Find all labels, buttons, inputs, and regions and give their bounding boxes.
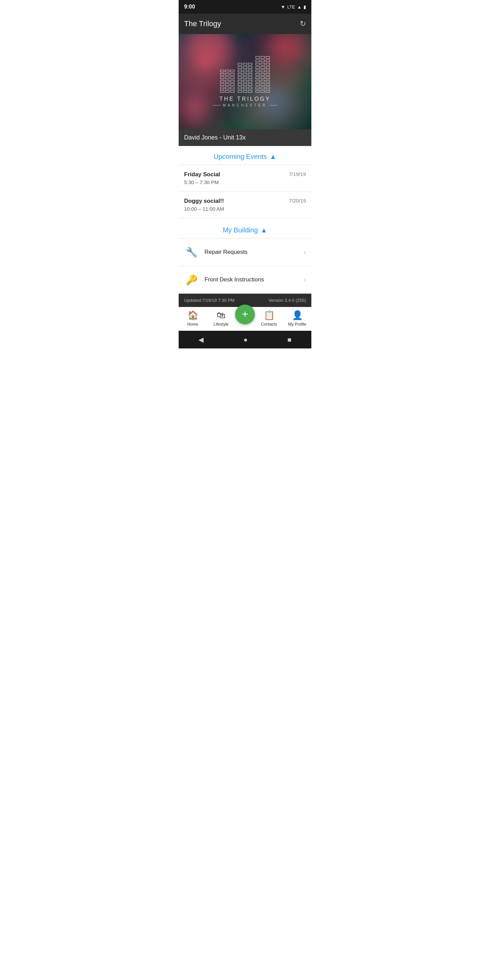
lifestyle-icon: 🛍 [217, 310, 226, 321]
signal-icon: ▲ [297, 5, 301, 10]
event-item-1[interactable]: Doggy social!! 10:00 – 11:00 AM 7/20/19 [179, 192, 311, 218]
hero-logo-subtitle: MANCHESTER [213, 103, 277, 107]
refresh-icon[interactable]: ↻ [300, 19, 306, 28]
back-button[interactable]: ◀ [198, 336, 204, 344]
bottom-nav: 🏠 Home 🛍 Lifestyle + 📋 Contacts 👤 My Pro… [179, 307, 311, 331]
add-button[interactable]: + [235, 305, 255, 324]
my-building-header[interactable]: My Building ▲ [179, 220, 311, 238]
front-desk-chevron: › [304, 276, 306, 283]
my-profile-icon: 👤 [292, 310, 303, 321]
event-info-0: Friday Social 5:30 – 7:30 PM [184, 171, 220, 185]
my-building-collapse-icon: ▲ [261, 226, 267, 234]
event-name-0: Friday Social [184, 171, 220, 178]
event-name-1: Doggy social!! [184, 198, 224, 205]
battery-icon: ▮ [304, 5, 306, 10]
android-nav-bar: ◀ ● ■ [179, 331, 311, 348]
event-date-0: 7/19/19 [289, 171, 306, 177]
status-icons: ▼ LTE ▲ ▮ [281, 5, 306, 10]
event-time-0: 5:30 – 7:30 PM [184, 179, 220, 185]
contacts-label: Contacts [261, 322, 277, 327]
home-label: Home [187, 322, 198, 327]
upcoming-events-header[interactable]: Upcoming Events ▲ [179, 146, 311, 165]
front-desk-icon: 🔑 [184, 272, 199, 287]
menu-item-front-desk[interactable]: 🔑 Front Desk Instructions › [179, 266, 311, 294]
logo-col-2 [238, 63, 252, 92]
event-item-0[interactable]: Friday Social 5:30 – 7:30 PM 7/19/19 [179, 165, 311, 192]
hero-banner: THE TRILOGY MANCHESTER [179, 34, 311, 129]
nav-item-my-profile[interactable]: 👤 My Profile [283, 310, 311, 327]
user-info-label: David Jones - Unit 13x [184, 134, 246, 141]
logo-col-3 [256, 56, 270, 92]
front-desk-label: Front Desk Instructions [205, 276, 304, 283]
event-date-1: 7/20/19 [289, 198, 306, 204]
recent-button[interactable]: ■ [287, 336, 291, 344]
repair-requests-chevron: › [304, 249, 306, 256]
logo-col-1 [220, 70, 234, 92]
wifi-icon: ▼ [281, 5, 285, 10]
repair-requests-icon: 🔧 [184, 245, 199, 259]
my-profile-label: My Profile [288, 322, 306, 327]
user-info-bar: David Jones - Unit 13x [179, 129, 311, 146]
trilogy-logo-grid [220, 56, 270, 92]
bokeh-3 [182, 95, 209, 123]
home-icon: 🏠 [188, 310, 198, 321]
event-info-1: Doggy social!! 10:00 – 11:00 AM [184, 198, 224, 212]
version-label: Version 3.4.0 (255) [269, 298, 306, 303]
contacts-icon: 📋 [264, 310, 275, 321]
hero-logo-text: THE TRILOGY [220, 96, 270, 102]
home-button[interactable]: ● [243, 336, 247, 344]
nav-item-home[interactable]: 🏠 Home [179, 310, 207, 327]
status-time: 9:00 [184, 4, 195, 10]
hero-logo: THE TRILOGY MANCHESTER [213, 56, 277, 107]
nav-item-lifestyle[interactable]: 🛍 Lifestyle [207, 310, 235, 327]
my-building-title: My Building [223, 226, 258, 234]
event-time-1: 10:00 – 11:00 AM [184, 206, 224, 212]
updated-timestamp: Updated:7/19/19 7:30 PM [184, 298, 234, 303]
repair-requests-label: Repair Requests [205, 249, 304, 256]
my-building-section: My Building ▲ 🔧 Repair Requests › 🔑 Fron… [179, 220, 311, 294]
upcoming-events-title: Upcoming Events [214, 153, 267, 161]
lte-label: LTE [287, 5, 295, 10]
nav-item-contacts[interactable]: 📋 Contacts [255, 310, 283, 327]
app-header: The Trilogy ↻ [179, 14, 311, 34]
menu-item-repair-requests[interactable]: 🔧 Repair Requests › [179, 239, 311, 266]
status-bar: 9:00 ▼ LTE ▲ ▮ [179, 0, 311, 14]
content-area: Upcoming Events ▲ Friday Social 5:30 – 7… [179, 146, 311, 294]
lifestyle-label: Lifestyle [213, 322, 228, 327]
add-icon: + [242, 308, 248, 321]
app-title: The Trilogy [184, 19, 221, 28]
upcoming-events-collapse-icon: ▲ [269, 153, 276, 161]
